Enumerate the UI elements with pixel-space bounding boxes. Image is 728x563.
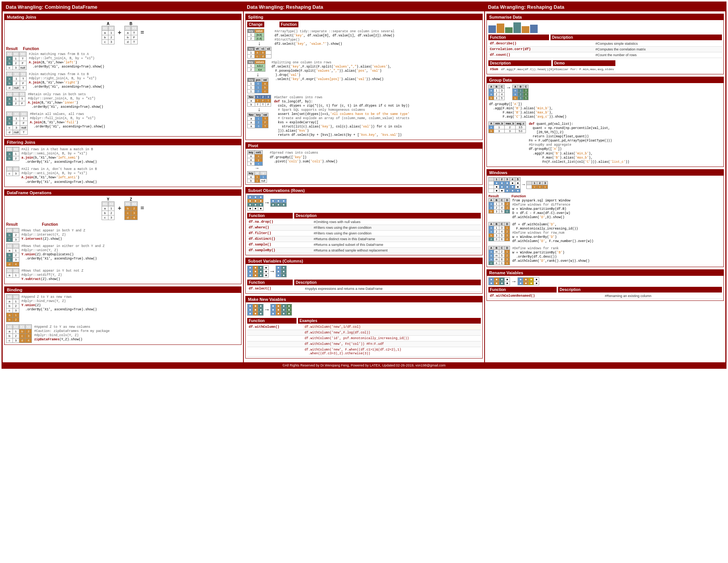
bind-rows-code: #Append Z to Y as new rows #dplyr::bind_… — [21, 294, 98, 313]
fn-header-rename: Function — [488, 287, 557, 293]
mutating-joins-title: Mutating Joins — [5, 14, 241, 20]
splitting-section: Spliting Change Function keyvalue 1[a,b]… — [245, 14, 483, 140]
pivot-code: #Spread rows into columns df.groupBy(['k… — [269, 150, 339, 164]
gather-code: #Gather columns into rows def to_long(df… — [273, 95, 410, 138]
intersect-code: #Rows that appear in both Y and Z #dplyr… — [21, 228, 86, 242]
group-section: Group Data ABC a13 a24 b35 → — [486, 77, 724, 167]
window1-code: from pyspark.sql import Window #Define w… — [511, 198, 571, 220]
middle-panel-title: Data Wrangling: Reshaping Data — [244, 3, 484, 11]
window3-code: #Define windows for rank w = Window.part… — [511, 246, 590, 264]
full-join-code: #Retain all values, all rows #dplyr::ful… — [29, 112, 106, 130]
summarise-section: Summarise Data Function Description df. — [486, 14, 724, 74]
equals-icon-2: = — [141, 205, 144, 212]
union-code: #Rows that appear in either or both Y an… — [21, 244, 105, 262]
quant-code: def quant_pd(val_list): quant = np.round… — [528, 121, 630, 165]
subset-cols-section: Subset Variables (Columns) ■■■■ ■■■■ ■■■… — [245, 258, 483, 294]
anti-join-code: #All rows in A, don't have a match in B … — [21, 167, 98, 185]
split-rows-code: #Splitting one column into rows df.selec… — [271, 60, 392, 82]
subset-rows-table: df.na.drop()#Omitting rows with null val… — [247, 219, 481, 253]
subset-rows-section: Subset Observations (Rows) ■■■ ■■■ ■■■ ■… — [245, 187, 483, 255]
filtering-joins-section: Filtering Joins X1X2 a1 b2 #All rows in … — [4, 139, 242, 187]
middle-panel: Data Wrangling: Reshaping Data Spliting … — [243, 2, 485, 363]
desc-header-cols: Description — [294, 280, 481, 285]
function-label-1: Function — [23, 47, 39, 51]
desc-header-sum: Description — [551, 35, 722, 40]
function-label-ops: Function — [42, 222, 58, 226]
summarise-demo-table: #Sum df.agg(F.max(df.C)).head()[0]#Simil… — [488, 67, 615, 72]
mutating-joins-section: Mutating Joins A X1X2 a1 b2 c3 + — [4, 14, 242, 137]
semi-join-code: #All rows in A that have a match in B #d… — [21, 147, 98, 165]
main-grid: Data Wrangling: Combining DataFrame Muta… — [2, 2, 726, 363]
desc-header-rename: Description — [558, 287, 722, 293]
windows-title: Windows — [487, 170, 723, 176]
desc-header-sum2: Description — [488, 60, 551, 66]
fn-header-rows: Function — [247, 213, 293, 219]
binding-section: Binding X1X2 a1 b2 c3 a1 b2 — [4, 286, 242, 345]
left-join-code: #Join matching rows from B to A #dplyr::… — [28, 52, 105, 70]
bind-cols-code: #Append Z to Y as new columns #Caution: … — [33, 324, 110, 343]
left-panel-title: Data Wrangling: Combining DataFrame — [3, 3, 243, 11]
outer-container: Data Wrangling: Combining DataFrame Muta… — [2, 2, 726, 369]
change-header: Change — [247, 22, 264, 27]
make-new-section: Make New Vaiables ■■■ ■■■ ■■■ → ■■■■ ■■■… — [245, 296, 483, 359]
dataframe-ops-section: DataFrame Operations Y X1X2 a1 b2 c3 + — [4, 189, 242, 284]
summarise-table: df.describe()#Computes simple statistics… — [488, 41, 722, 58]
splitting-title: Spliting — [246, 14, 482, 20]
inner-join-code: #Retain only rows in both sets #dplyr::i… — [27, 92, 104, 110]
subset-cols-table: df.select()#Applys expressions and retur… — [247, 286, 481, 292]
rename-title: Rename Vaiables — [487, 270, 723, 276]
result-label-ops: Result — [6, 222, 18, 226]
windows-section: Windows 12345 ■■■■■ ■■■■■ ■■■■■ → 123 vv… — [486, 169, 724, 267]
pivot-section: Pivot keycol1 ax ay bx → keyxy a11 — [245, 142, 483, 185]
rename-table: df.withColumnRenamed()#Renaming an exist… — [488, 293, 722, 299]
right-join-code: #Join matching rows from A to B #dplyr::… — [28, 72, 105, 90]
fn-header-cols: Function — [247, 280, 293, 285]
function-header-change: Function — [279, 22, 298, 27]
footer: ©All Rights Reserved by Dr.Wenqiang Feng… — [2, 363, 726, 368]
groupby-code: df.groupBy(['A']) .agg(F.min('B').alias(… — [488, 102, 722, 120]
group-title: Group Data — [487, 77, 723, 83]
make-new-table: df.withColumn()df.withColumn('new',1/df.… — [247, 324, 481, 357]
subset-rows-title: Subset Observations (Rows) — [246, 187, 482, 193]
binding-title: Binding — [5, 287, 241, 293]
dataframe-ops-title: DataFrame Operations — [5, 190, 241, 196]
subtract-code: #Rows that appear in Y but not Z #dplyr:… — [21, 268, 84, 282]
examples-header-new: Examples — [298, 318, 481, 324]
subset-cols-title: Subset Variables (Columns) — [246, 258, 482, 264]
right-panel-title: Data Wrangling: Reshaping Data — [485, 3, 725, 11]
rename-section: Rename Vaiables ■■■■ ■■■■ → ■■■■ ■■■■ Fu… — [486, 269, 724, 301]
plus-icon-2: + — [118, 205, 121, 212]
desc-header-rows: Description — [294, 213, 481, 219]
fn-header-sum: Function — [488, 35, 549, 40]
filtering-joins-title: Filtering Joins — [5, 139, 241, 145]
pivot-title: Pivot — [246, 143, 482, 149]
equals-icon: = — [141, 30, 144, 36]
array-type-code: #ArrayType() tidy::separate ::separate o… — [274, 29, 395, 47]
make-new-title: Make New Vaiables — [246, 296, 482, 302]
right-panel: Data Wrangling: Reshaping Data Summarise… — [485, 2, 726, 363]
demo-header-sum: Demo — [553, 60, 616, 66]
fn-header-new: Function — [247, 318, 297, 324]
window2-code: df = df.withColumn('D', F.monotonically_… — [511, 222, 594, 244]
plus-icon: + — [118, 30, 121, 36]
summarise-title: Summarise Data — [487, 14, 723, 20]
left-panel: Data Wrangling: Combining DataFrame Muta… — [2, 2, 243, 363]
result-label-1: Result — [6, 47, 18, 51]
